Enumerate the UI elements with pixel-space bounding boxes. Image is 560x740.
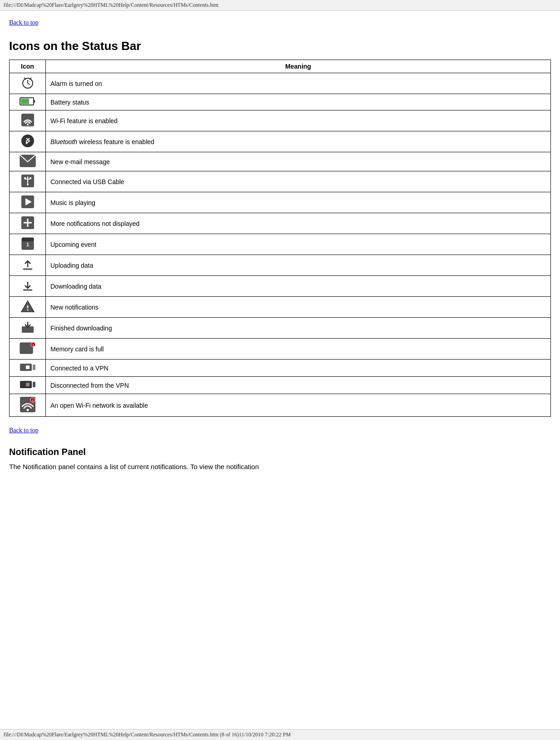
table-cell-meaning: Battery status <box>46 94 551 110</box>
table-cell-meaning: Downloading data <box>46 276 551 297</box>
svg-point-32 <box>27 310 28 311</box>
svg-text:1: 1 <box>26 242 29 247</box>
notification-text: The Notification panel contains a list o… <box>9 462 551 472</box>
music-icon <box>10 192 46 213</box>
table-row: Downloading data <box>10 276 551 297</box>
svg-rect-39 <box>26 365 30 369</box>
table-row: More notifications not displayed <box>10 213 551 234</box>
table-row: ! An open Wi-Fi network is available <box>10 394 551 417</box>
table-row: Connected to a VPN <box>10 360 551 377</box>
table-header-meaning: Meaning <box>46 60 551 73</box>
svg-point-45 <box>26 409 29 411</box>
svg-rect-15 <box>24 177 26 179</box>
svg-rect-43 <box>33 382 35 387</box>
table-cell-meaning: Bluetooth wireless feature is enabled <box>46 131 551 152</box>
table-cell-meaning: Finished downloading <box>46 318 551 339</box>
table-cell-meaning: Memory card is full <box>46 339 551 360</box>
table-row: Music is playing <box>10 192 551 213</box>
svg-point-9 <box>27 124 29 125</box>
table-row: Connected via USB Cable <box>10 171 551 192</box>
battery-icon <box>10 94 46 110</box>
svg-line-2 <box>28 83 30 85</box>
upcoming-event-icon: 1 <box>10 234 46 255</box>
table-row: Finished downloading <box>10 318 551 339</box>
svg-text:!: ! <box>32 399 33 403</box>
table-row: Alarm is turned on <box>10 73 551 94</box>
wifi-icon <box>10 110 46 131</box>
table-cell-meaning: More notifications not displayed <box>46 213 551 234</box>
svg-rect-40 <box>33 365 35 370</box>
table-cell-meaning: Music is playing <box>46 192 551 213</box>
table-cell-meaning: Upcoming event <box>46 234 551 255</box>
table-cell-meaning: New notifications <box>46 297 551 318</box>
table-row: Battery status <box>10 94 551 110</box>
svg-rect-7 <box>34 100 35 103</box>
vpn-connected-icon <box>10 360 46 377</box>
upload-icon <box>10 255 46 276</box>
table-row: 1 Upcoming event <box>10 234 551 255</box>
table-cell-meaning: Connected to a VPN <box>46 360 551 377</box>
table-row: New notifications <box>10 297 551 318</box>
svg-rect-6 <box>21 99 29 104</box>
svg-rect-42 <box>26 383 30 386</box>
svg-point-17 <box>27 184 29 185</box>
table-row: Bluetooth wireless feature is enabled <box>10 131 551 152</box>
table-cell-meaning: Connected via USB Cable <box>46 171 551 192</box>
wifi-available-icon: ! <box>10 394 46 417</box>
table-cell-meaning: Wi-Fi feature is enabled <box>46 110 551 131</box>
download-icon <box>10 276 46 297</box>
new-notifications-icon <box>10 297 46 318</box>
table-row: Disconnected from the VPN <box>10 377 551 394</box>
email-icon <box>10 152 46 171</box>
table-row: New e-mail message <box>10 152 551 171</box>
section-title: Icons on the Status Bar <box>9 39 551 53</box>
status-table: Icon Meaning Alarm is turned on Battery … <box>9 60 551 417</box>
table-row: Wi-Fi feature is enabled <box>10 110 551 131</box>
back-to-top-link-top[interactable]: Back to top <box>9 19 39 26</box>
table-header-icon: Icon <box>10 60 46 73</box>
svg-rect-16 <box>30 177 31 179</box>
svg-point-10 <box>21 135 34 147</box>
table-cell-meaning: An open Wi-Fi network is available <box>46 394 551 417</box>
svg-text:!: ! <box>32 343 34 347</box>
bottom-url-bar: file:///DI/Madcap%20Flare/Earlgrey%20HTM… <box>0 729 560 740</box>
svg-rect-24 <box>22 238 34 241</box>
table-cell-meaning: Disconnected from the VPN <box>46 377 551 394</box>
bluetooth-icon <box>10 131 46 152</box>
top-url-bar: file:///DI/Madcap%20Flare/Earlgrey%20HTM… <box>0 0 560 11</box>
table-row: Uploading data <box>10 255 551 276</box>
finished-download-icon <box>10 318 46 339</box>
alarm-icon <box>10 73 46 94</box>
content-area: Back to top Icons on the Status Bar Icon… <box>0 11 560 481</box>
usb-icon <box>10 171 46 192</box>
table-row: ! Memory card is full <box>10 339 551 360</box>
table-cell-meaning: Uploading data <box>46 255 551 276</box>
table-cell-meaning: New e-mail message <box>46 152 551 171</box>
notification-section-title: Notification Panel <box>9 447 551 457</box>
vpn-disconnected-icon <box>10 377 46 394</box>
table-cell-meaning: Alarm is turned on <box>46 73 551 94</box>
memory-full-icon: ! <box>10 339 46 360</box>
back-to-top-link-bottom[interactable]: Back to top <box>9 427 39 434</box>
more-notifications-icon <box>10 213 46 234</box>
